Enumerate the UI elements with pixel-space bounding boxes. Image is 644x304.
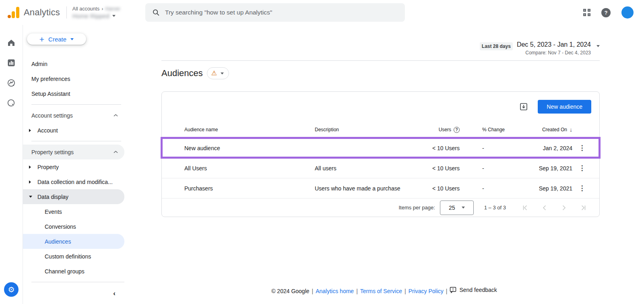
all-accounts-label: All accounts (72, 6, 99, 12)
property-switcher-caret-icon[interactable] (112, 15, 116, 17)
page-title: Audiences (161, 68, 203, 79)
date-range-caret-icon[interactable] (597, 45, 600, 47)
last-page-icon[interactable] (580, 205, 586, 211)
sidebar-item-custom-definitions[interactable]: Custom definitions (23, 249, 124, 264)
row-menu-icon[interactable]: ⋮ (579, 164, 586, 172)
items-per-page-label: Items per page: (398, 205, 435, 211)
chevron-right-icon (29, 129, 31, 132)
warning-caret-icon (221, 72, 224, 74)
users-cell: < 10 Users (411, 145, 460, 151)
table-row-new-audience[interactable]: New audience < 10 Users - Jan 2, 2024 ⋮ (162, 138, 599, 158)
privacy-policy-link[interactable]: Privacy Policy (409, 288, 444, 294)
chevron-right-icon (29, 165, 31, 169)
date-preset-badge: Last 28 days (480, 42, 513, 50)
global-search[interactable] (145, 3, 405, 22)
change-cell: - (460, 145, 520, 151)
user-avatar[interactable] (621, 6, 634, 19)
table-row-purchasers[interactable]: Purchasers Users who have made a purchas… (162, 178, 599, 198)
audience-name-cell[interactable]: New audience (184, 145, 315, 151)
section-property-settings[interactable]: Property settings (23, 145, 124, 159)
page-footer: © 2024 Google|Analytics home|Terms of Se… (124, 287, 644, 294)
chevron-down-icon (29, 196, 32, 198)
section-account-settings[interactable]: Account settings (23, 108, 124, 123)
download-icon[interactable] (519, 102, 528, 111)
pagination-bar: Items per page: 25 1 – 3 of 3 (162, 198, 599, 217)
date-range-picker[interactable]: Last 28 days Dec 5, 2023 - Jan 1, 2024 C… (161, 41, 600, 56)
content-divider (161, 60, 600, 61)
send-feedback-button[interactable]: Send feedback (450, 287, 497, 293)
users-help-icon[interactable]: ? (454, 127, 460, 133)
col-header-users[interactable]: Users ? (411, 127, 460, 133)
create-caret-icon (70, 38, 74, 40)
sidebar-divider (31, 141, 121, 141)
create-button-label: Create (48, 36, 66, 43)
advertising-icon[interactable] (6, 98, 16, 108)
sidebar-divider (31, 282, 124, 282)
sidebar-item-channel-groups[interactable]: Channel groups (23, 264, 124, 279)
sidebar-item-admin[interactable]: Admin (23, 56, 124, 71)
sidebar-item-account[interactable]: Account (23, 123, 124, 138)
sidebar-item-setup-assistant[interactable]: Setup Assistant (23, 86, 124, 101)
page-size-select[interactable]: 25 (440, 201, 474, 215)
row-menu-icon[interactable]: ⋮ (579, 184, 586, 192)
description-cell: All users (315, 165, 411, 172)
previous-page-icon[interactable] (541, 205, 548, 211)
sidebar-item-data-display[interactable]: Data display (23, 189, 124, 204)
analytics-logo-icon (6, 6, 20, 19)
audience-name-cell[interactable]: All Users (184, 165, 315, 172)
pagination-range: 1 – 3 of 3 (484, 205, 506, 211)
change-cell: - (460, 185, 520, 192)
sidebar-item-property[interactable]: Property (23, 159, 124, 174)
reports-icon[interactable] (6, 58, 16, 68)
sidebar-item-conversions[interactable]: Conversions (23, 219, 124, 234)
sidebar-divider (31, 104, 121, 105)
diagnostics-grid-icon[interactable] (583, 9, 590, 16)
admin-sidebar: + Create Admin My preferences Setup Assi… (23, 25, 124, 304)
col-header-created-on[interactable]: Created On ↓ (520, 126, 572, 133)
property-name-blurred: Home Ripped (72, 12, 109, 19)
audiences-warning-dropdown[interactable]: ⚠ (207, 67, 229, 79)
explore-icon[interactable] (6, 78, 16, 88)
terms-of-service-link[interactable]: Terms of Service (360, 288, 402, 294)
sidebar-item-data-collection[interactable]: Data collection and modifica... (23, 174, 124, 189)
audiences-table-card: New audience Audience name Description U… (161, 91, 600, 217)
account-breadcrumb[interactable]: All accounts › Harver Home Ripped (72, 6, 120, 19)
sidebar-item-events[interactable]: Events (23, 204, 124, 219)
table-row-all-users[interactable]: All Users All users < 10 Users - Sep 19,… (162, 158, 599, 178)
sort-descending-icon: ↓ (570, 126, 572, 133)
main-content: Last 28 days Dec 5, 2023 - Jan 1, 2024 C… (124, 25, 644, 304)
first-page-icon[interactable] (522, 205, 528, 211)
col-header-audience-name[interactable]: Audience name (184, 127, 315, 132)
analytics-home-link[interactable]: Analytics home (316, 288, 354, 294)
home-icon[interactable] (6, 38, 16, 48)
row-menu-icon[interactable]: ⋮ (579, 144, 586, 152)
users-cell: < 10 Users (411, 165, 460, 172)
audience-name-cell[interactable]: Purchasers (184, 185, 315, 192)
breadcrumb-chevron-icon: › (101, 6, 103, 12)
collapse-sidebar-icon[interactable]: ‹ (113, 290, 116, 298)
chevron-up-icon (114, 151, 118, 153)
created-cell: Sep 19, 2021 (520, 185, 572, 192)
chevron-right-icon (29, 180, 31, 184)
plus-icon: + (39, 35, 44, 43)
account-name-blurred: Harver (105, 6, 120, 12)
sidebar-item-audiences[interactable]: Audiences (23, 234, 124, 249)
search-icon (153, 9, 159, 16)
admin-gear-icon[interactable]: ⚙ (4, 282, 19, 297)
date-range-text: Dec 5, 2023 - Jan 1, 2024 (517, 41, 591, 48)
table-header-row: Audience name Description Users ? % Chan… (162, 122, 599, 138)
help-icon[interactable]: ? (601, 8, 611, 17)
search-input[interactable] (165, 9, 398, 16)
create-button[interactable]: + Create (27, 33, 86, 45)
next-page-icon[interactable] (561, 205, 567, 211)
col-header-change[interactable]: % Change (460, 127, 520, 132)
col-header-description[interactable]: Description (315, 127, 411, 132)
header-divider (66, 6, 67, 19)
users-cell: < 10 Users (411, 185, 460, 192)
sidebar-item-my-preferences[interactable]: My preferences (23, 71, 124, 86)
created-cell: Jan 2, 2024 (520, 145, 572, 151)
new-audience-button[interactable]: New audience (538, 100, 591, 114)
nav-rail: ⚙ (0, 25, 23, 304)
analytics-logo[interactable]: Analytics (6, 6, 60, 19)
copyright-text: © 2024 Google (271, 288, 309, 294)
